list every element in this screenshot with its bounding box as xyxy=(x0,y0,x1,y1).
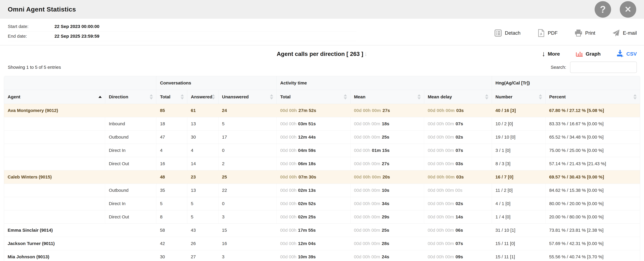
csv-download-icon xyxy=(616,49,624,58)
sort-icon xyxy=(418,94,421,100)
mean-delay-cell: 00d 00h 00m14s xyxy=(424,210,492,224)
direction-cell xyxy=(105,104,156,117)
sort-icon xyxy=(180,94,184,100)
export-toolbar: Detach PDF Print E-mail xyxy=(494,22,637,41)
number-cell: 3 / 1 [0] xyxy=(492,144,546,157)
total-cell: 30 xyxy=(156,250,187,261)
percent-cell: 55.56 % / 40.74 % [3.70 %] xyxy=(546,250,640,261)
mean-cell: 00d 00h 00m27s xyxy=(350,104,424,117)
email-label: E-mail xyxy=(623,30,637,36)
close-icon: ✕ xyxy=(624,4,632,14)
col-number[interactable]: Number xyxy=(492,90,546,104)
start-date-row: Start date: 22 Sep 2023 00:00:00 xyxy=(8,22,356,31)
col-mean[interactable]: Mean xyxy=(350,90,424,104)
answered-cell: 5 xyxy=(187,210,218,224)
more-down-arrow-icon: ↓ xyxy=(542,50,546,57)
mean-cell: 00d 00h 00m24s xyxy=(350,250,424,261)
agent-cell[interactable]: Caleb Winters (9015) xyxy=(4,170,105,184)
report-title-text: Agent calls per direction [ 263 ] xyxy=(277,51,363,57)
col-answered[interactable]: Answered xyxy=(187,90,218,104)
answered-cell: 13 xyxy=(187,117,218,130)
csv-button[interactable]: CSV xyxy=(616,49,637,58)
stats-table-container: Conversations Activity time Hng(Ag/Cal [… xyxy=(4,76,640,261)
activity-total-cell: 00d 00h03m 51s xyxy=(276,117,350,130)
col-activity-total[interactable]: Total xyxy=(276,90,350,104)
percent-cell: 65.52 % / 34.48 % [0.00 %] xyxy=(546,130,640,144)
answered-cell: 14 xyxy=(187,157,218,170)
activity-total-cell: 00d 00h07m 30s xyxy=(276,170,350,184)
percent-cell: 57.69 % / 42.31 % [0.00 %] xyxy=(546,237,640,250)
direction-cell: Direct Out xyxy=(105,157,156,170)
percent-cell: 69.57 % / 30.43 % [0.00 %] xyxy=(546,170,640,184)
end-date-row: End date: 22 Sep 2025 23:59:59 xyxy=(8,31,356,41)
percent-cell: 83.33 % / 16.67 % [0.00 %] xyxy=(546,117,640,130)
number-cell: 11 / 2 [0] xyxy=(492,184,546,197)
col-percent[interactable]: Percent xyxy=(546,90,640,104)
more-button[interactable]: ↓ More xyxy=(542,50,560,57)
mean-delay-cell: 00d 00h 00m06s xyxy=(424,224,492,237)
detach-button[interactable]: Detach xyxy=(494,29,520,37)
graph-button[interactable]: Graph xyxy=(576,49,600,58)
col-total[interactable]: Total xyxy=(156,90,187,104)
mean-delay-cell: 00d 00h 00m03s xyxy=(424,170,492,184)
activity-total-cell: 00d 00h02m 25s xyxy=(276,210,350,224)
end-date-value: 22 Sep 2025 23:59:59 xyxy=(54,34,99,39)
direction-cell: Direct In xyxy=(105,144,156,157)
mean-cell: 00d 00h01m 15s xyxy=(350,144,424,157)
agent-cell xyxy=(4,197,105,210)
agent-cell xyxy=(4,210,105,224)
agent-cell[interactable]: Ava Montgomery (9012) xyxy=(4,104,105,117)
number-cell: 19 / 10 [0] xyxy=(492,130,546,144)
answered-cell: 43 xyxy=(187,224,218,237)
sort-icon xyxy=(150,94,153,100)
total-cell: 4 xyxy=(156,144,187,157)
col-direction[interactable]: Direction xyxy=(105,90,156,104)
number-cell: 1 / 4 [0] xyxy=(492,210,546,224)
col-agent-label: Agent xyxy=(8,94,20,99)
sort-icon xyxy=(270,94,273,100)
report-sort-arrow-icon[interactable]: ↓ xyxy=(364,50,367,57)
activity-total-cell: 00d 00h27m 52s xyxy=(276,104,350,117)
activity-total-cell: 00d 00h06m 18s xyxy=(276,157,350,170)
agent-cell[interactable]: Jackson Turner (9011) xyxy=(4,237,105,250)
report-title: Agent calls per direction [ 263 ]↓ xyxy=(277,50,367,57)
sort-asc-icon xyxy=(98,96,102,98)
table-meta-row: Showing 1 to 5 of 5 entries Search: xyxy=(0,59,644,76)
percent-cell: 73.81 % / 23.81 % [2.38 %] xyxy=(546,224,640,237)
percent-cell: 57.14 % / 21.43 % [21.43 %] xyxy=(546,157,640,170)
col-mean-delay[interactable]: Mean delay xyxy=(424,90,492,104)
close-button[interactable]: ✕ xyxy=(620,1,636,18)
total-cell: 42 xyxy=(156,237,187,250)
unanswered-cell: 16 xyxy=(218,237,276,250)
activity-total-cell: 00d 00h02m 52s xyxy=(276,197,350,210)
paper-plane-icon xyxy=(612,29,620,37)
pdf-button[interactable]: PDF xyxy=(537,29,558,37)
search-label: Search: xyxy=(551,65,566,70)
table-row: Outbound 35 13 22 00d 00h02m 13s 00d 00h… xyxy=(4,184,640,197)
unanswered-cell: 0 xyxy=(218,144,276,157)
agent-cell[interactable]: Mia Johnson (9013) xyxy=(4,250,105,261)
mean-delay-cell: 00d 00h 00m02s xyxy=(424,197,492,210)
total-cell: 58 xyxy=(156,224,187,237)
agent-cell[interactable]: Emma Sinclair (9014) xyxy=(4,224,105,237)
direction-cell xyxy=(105,237,156,250)
table-row: Mia Johnson (9013) 30 27 3 00d 00h10m 39… xyxy=(4,250,640,261)
csv-label: CSV xyxy=(626,51,637,57)
number-cell: 4 / 1 [0] xyxy=(492,197,546,210)
mean-cell: 00d 00h 00m18s xyxy=(350,117,424,130)
mean-cell: 00d 00h 00m25s xyxy=(350,130,424,144)
pdf-file-icon xyxy=(537,29,545,37)
mean-delay-cell: 00d 00h 00m02s xyxy=(424,130,492,144)
col-agent[interactable]: Agent xyxy=(4,90,105,104)
answered-cell: 4 xyxy=(187,144,218,157)
search-input[interactable] xyxy=(570,62,637,73)
total-cell: 16 xyxy=(156,157,187,170)
unanswered-cell: 24 xyxy=(218,104,276,117)
col-unanswered[interactable]: Unanswered xyxy=(218,90,276,104)
page-title: Omni Agent Statistics xyxy=(8,6,76,13)
help-button[interactable]: ? xyxy=(594,1,611,18)
print-button[interactable]: Print xyxy=(574,29,595,37)
email-button[interactable]: E-mail xyxy=(612,29,637,37)
number-cell: 40 / 16 [3] xyxy=(492,104,546,117)
number-cell: 16 / 7 [0] xyxy=(492,170,546,184)
